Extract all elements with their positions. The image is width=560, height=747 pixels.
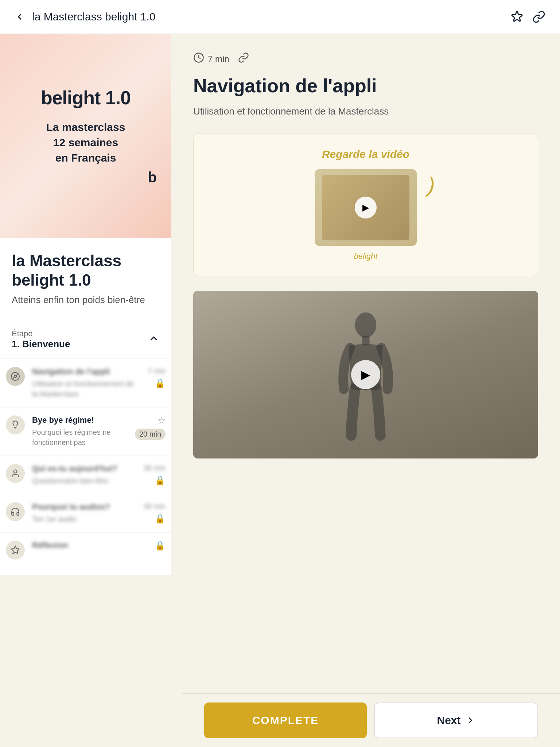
svg-marker-1 xyxy=(13,375,17,378)
main-play-button[interactable]: ▶ xyxy=(351,360,380,389)
lock-icon: 🔒 xyxy=(155,475,166,485)
lesson-item[interactable]: Bye bye régime! Pourquoi les régimes ne … xyxy=(0,407,171,456)
step-info: Étape 1. Bienvenue xyxy=(12,329,70,350)
lesson-duration: 7 min xyxy=(148,367,166,375)
svg-point-0 xyxy=(11,372,19,380)
bottom-action-bar: COMPLETE Next xyxy=(182,693,560,747)
duration-meta: 7 min xyxy=(193,52,229,66)
lesson-item[interactable]: Qui es-tu aujourd'hui? Questionnaire bie… xyxy=(0,456,171,494)
arrow-decoration: ) xyxy=(424,173,438,199)
lesson-title: Navigation de l'appli xyxy=(32,367,140,376)
svg-point-4 xyxy=(14,470,17,473)
lesson-desc: Questionnaire bien-être xyxy=(32,476,136,486)
main-video[interactable]: ▶ xyxy=(193,291,538,458)
lesson-icon-compass xyxy=(6,367,25,386)
left-panel: belight 1.0 La masterclass12 semainesen … xyxy=(0,34,171,575)
lesson-meta: ☆ 20 min xyxy=(135,415,166,440)
bookmark-icon: ☆ xyxy=(158,415,166,426)
svg-marker-5 xyxy=(11,546,19,554)
curriculum: Étape 1. Bienvenue Na xyxy=(0,313,171,575)
lesson-details: Qui es-tu aujourd'hui? Questionnaire bie… xyxy=(32,464,136,486)
chevron-right-icon xyxy=(465,715,475,725)
lesson-details: Pourquoi tu audios? Ton 1er audio xyxy=(32,502,136,524)
lesson-duration: 30 min xyxy=(144,464,166,472)
lock-icon: 🔒 xyxy=(155,514,166,524)
back-button[interactable] xyxy=(15,12,25,22)
lesson-title: Réflexion xyxy=(32,541,147,550)
clock-icon xyxy=(193,52,204,66)
step-name: 1. Bienvenue xyxy=(12,338,70,350)
link-meta xyxy=(238,52,249,66)
lesson-meta: 🔒 xyxy=(155,541,166,551)
step-label: Étape xyxy=(12,329,70,338)
lock-icon: 🔒 xyxy=(155,378,166,388)
main-content: belight 1.0 La masterclass12 semainesen … xyxy=(0,34,560,575)
course-info: la Masterclass belight 1.0 Atteins enfin… xyxy=(0,238,171,313)
lesson-details: Bye bye régime! Pourquoi les régimes ne … xyxy=(32,415,128,448)
course-subtitle: Atteins enfin ton poids bien-être xyxy=(12,294,160,306)
lesson-heading: Navigation de l'appli xyxy=(193,74,538,97)
lesson-duration: 30 min xyxy=(144,502,166,511)
course-thumbnail: belight 1.0 La masterclass12 semainesen … xyxy=(0,34,171,238)
lesson-title: Bye bye régime! xyxy=(32,415,128,425)
next-label: Next xyxy=(437,714,460,727)
step-header[interactable]: Étape 1. Bienvenue xyxy=(0,320,171,359)
thumbnail-logo: belight 1.0 xyxy=(41,87,131,109)
link-icon xyxy=(238,52,249,66)
lesson-meta: 30 min 🔒 xyxy=(144,464,166,485)
thumbnail-letter: b xyxy=(148,169,157,186)
next-button[interactable]: Next xyxy=(374,703,538,738)
lesson-description: Utilisation et fonctionnement de la Mast… xyxy=(193,104,538,119)
thumbnail-text: La masterclass12 semainesen Français xyxy=(46,120,125,166)
video-brand: belight xyxy=(354,252,378,261)
right-panel: 7 min Navigation de l'appli Utilisation … xyxy=(171,34,560,575)
lesson-icon-person xyxy=(6,464,25,483)
lesson-title: Qui es-tu aujourd'hui? xyxy=(32,464,136,473)
lesson-meta: 7 min 🔒 xyxy=(148,367,166,388)
lesson-details: Réflexion xyxy=(32,541,147,552)
lesson-title: Pourquoi tu audios? xyxy=(32,502,136,512)
video-wrapper[interactable]: ▶ ) xyxy=(315,169,417,246)
bookmark-button[interactable] xyxy=(510,10,524,23)
chevron-up-icon xyxy=(148,333,160,346)
video-card: Regarde la vidéo ▶ ) belight xyxy=(193,133,538,276)
course-title: la Masterclass belight 1.0 xyxy=(12,251,160,290)
complete-button[interactable]: COMPLETE xyxy=(204,703,367,738)
lesson-item[interactable]: Pourquoi tu audios? Ton 1er audio 30 min… xyxy=(0,494,171,532)
lesson-desc: Ton 1er audio xyxy=(32,514,136,524)
header: la Masterclass belight 1.0 xyxy=(0,0,560,34)
lesson-icon-bulb xyxy=(6,415,25,434)
header-title: la Masterclass belight 1.0 xyxy=(32,11,156,23)
video-thumbnail[interactable]: ▶ xyxy=(315,169,417,246)
lesson-item[interactable]: Réflexion 🔒 xyxy=(0,532,171,568)
video-card-title: Regarde la vidéo xyxy=(322,148,409,160)
lock-icon: 🔒 xyxy=(155,541,166,551)
lesson-icon-headphone xyxy=(6,502,25,521)
header-left: la Masterclass belight 1.0 xyxy=(15,11,156,23)
lesson-details: Navigation de l'appli Utilisation et fon… xyxy=(32,367,140,399)
lesson-desc: Utilisation et fonctionnement de la Mast… xyxy=(32,379,140,399)
header-right xyxy=(510,10,545,23)
lesson-meta-row: 7 min xyxy=(193,52,538,66)
duration-badge: 20 min xyxy=(135,429,166,440)
duration-value: 7 min xyxy=(208,54,229,64)
lesson-icon-star xyxy=(6,541,25,560)
lesson-meta: 30 min 🔒 xyxy=(144,502,166,524)
lesson-item[interactable]: Navigation de l'appli Utilisation et fon… xyxy=(0,359,171,407)
lesson-desc: Pourquoi les régimes ne fonctionnent pas xyxy=(32,427,128,448)
share-button[interactable] xyxy=(532,10,545,23)
play-button[interactable]: ▶ xyxy=(355,197,377,218)
